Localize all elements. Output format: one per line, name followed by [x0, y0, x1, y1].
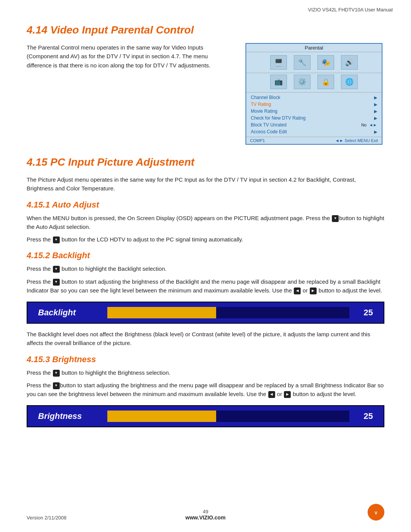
down-btn-2 — [53, 370, 60, 377]
vizio-logo: V — [368, 504, 384, 521]
right-btn-2 — [284, 391, 291, 398]
select-btn-1 — [53, 279, 60, 286]
footer-version: Version 2/11/2008 — [27, 515, 67, 521]
parental-icons-row2: 📺 ⚙️ 🔒 🌐 — [246, 73, 382, 93]
section-4152-body3: The Backlight level does not affect the … — [27, 330, 384, 348]
section-4151-body2: Press the button for the LCD HDTV to adj… — [27, 235, 384, 244]
section-415-body: The Picture Adjust menu operates in the … — [27, 175, 384, 193]
backlight-bar-track — [107, 307, 349, 318]
block-unrated-arrow: ◄► — [369, 123, 377, 127]
section-4153-body1: Press the button to highlight the Bright… — [27, 368, 384, 377]
parental-footer-right: ◄► Select MENU Exit — [335, 138, 378, 143]
parental-item-access-code: Access Code Edit ▶ — [246, 128, 382, 135]
select-button-icon — [53, 236, 60, 243]
left-btn-1 — [294, 288, 301, 294]
page-footer: Version 2/11/2008 49 www.VIZIO.com V — [0, 504, 411, 521]
parental-icon-3: 🎭 — [317, 55, 334, 70]
parental-icon-7: 🔒 — [317, 75, 334, 89]
section-415-title: 4.15 PC Input Picture Adjustment — [27, 156, 384, 168]
parental-footer-left: COMP1 — [250, 138, 265, 143]
parental-icon-8: 🌐 — [341, 75, 358, 89]
parental-item-tv-rating: TV Rating ▶ — [246, 101, 382, 108]
check-dtv-label: Check for New DTV Rating — [251, 115, 306, 121]
parental-item-check-dtv: Check for New DTV Rating ▶ — [246, 115, 382, 121]
footer-center: 49 www.VIZIO.com — [146, 509, 265, 521]
parental-icon-2: 🔧 — [294, 55, 311, 70]
parental-item-movie-rating: Movie Rating ▶ — [246, 108, 382, 115]
tv-rating-label: TV Rating — [251, 102, 271, 107]
tv-rating-arrow: ▶ — [374, 102, 377, 107]
movie-rating-arrow: ▶ — [374, 109, 377, 114]
footer-page-number: 49 — [146, 509, 265, 514]
parental-menu-title: Parental — [246, 44, 382, 52]
access-code-arrow: ▶ — [374, 129, 377, 134]
section-4153-body2: Press the button to start adjusting the … — [27, 381, 384, 399]
section-4152-title: 4.15.2 Backlight — [27, 251, 384, 260]
parental-item-block-unrated: Block TV Unrated No ◄► — [246, 121, 382, 128]
section-4152-body2: Press the button to start adjusting the … — [27, 277, 384, 295]
backlight-bar-fill — [107, 307, 216, 318]
parental-icon-5: 📺 — [270, 75, 287, 89]
access-code-label: Access Code Edit — [251, 129, 287, 134]
parental-item-channel-block: Channel Block ▶ — [246, 94, 382, 101]
footer-website: www.VIZIO.com — [146, 514, 265, 521]
check-dtv-arrow: ▶ — [374, 116, 377, 121]
channel-block-label: Channel Block — [251, 95, 280, 100]
parental-icons-row1: 🖥️ 🔧 🎭 🔊 — [246, 52, 382, 73]
section-414-title: 4.14 Video Input Parental Control — [27, 24, 384, 36]
brightness-bar-fill — [107, 411, 216, 422]
down-button-icon — [332, 215, 339, 222]
parental-icon-6: ⚙️ — [294, 75, 311, 89]
header-title: VIZIO VS42L FHDTV10A User Manual — [308, 7, 393, 13]
parental-menu-footer: COMP1 ◄► Select MENU Exit — [246, 137, 382, 144]
backlight-bar-label: Backlight — [27, 308, 104, 318]
parental-menu-items: Channel Block ▶ TV Rating ▶ Movie Rating… — [246, 93, 382, 137]
brightness-indicator-bar: Brightness 25 — [27, 405, 384, 427]
parental-icon-1: 🖥️ — [270, 55, 287, 70]
parental-menu-screenshot: Parental 🖥️ 🔧 🎭 🔊 📺 ⚙️ 🔒 🌐 Channel Block — [245, 43, 382, 145]
down-btn-1 — [53, 266, 60, 273]
movie-rating-label: Movie Rating — [251, 109, 277, 114]
brightness-bar-track — [107, 411, 349, 422]
left-btn-2 — [268, 391, 275, 398]
backlight-bar-value: 25 — [353, 308, 384, 318]
block-unrated-value: No — [361, 123, 366, 127]
select-btn-2 — [53, 382, 60, 389]
brightness-bar-label: Brightness — [27, 411, 104, 421]
section-4151-title: 4.15.1 Auto Adjust — [27, 200, 384, 210]
svg-text:V: V — [374, 511, 378, 515]
section-4152-body1: Press the button to highlight the Backli… — [27, 264, 384, 273]
right-btn-1 — [310, 288, 317, 294]
section-414-body: The Parental Control menu operates in th… — [27, 43, 232, 70]
channel-block-arrow: ▶ — [374, 95, 377, 100]
brightness-bar-value: 25 — [353, 411, 384, 421]
section-4151-body1: When the MENU button is pressed, the On … — [27, 214, 384, 232]
section-4153-title: 4.15.3 Brightness — [27, 355, 384, 364]
block-unrated-label: Block TV Unrated — [251, 122, 287, 128]
parental-icon-4: 🔊 — [341, 55, 358, 70]
backlight-indicator-bar: Backlight 25 — [27, 302, 384, 324]
